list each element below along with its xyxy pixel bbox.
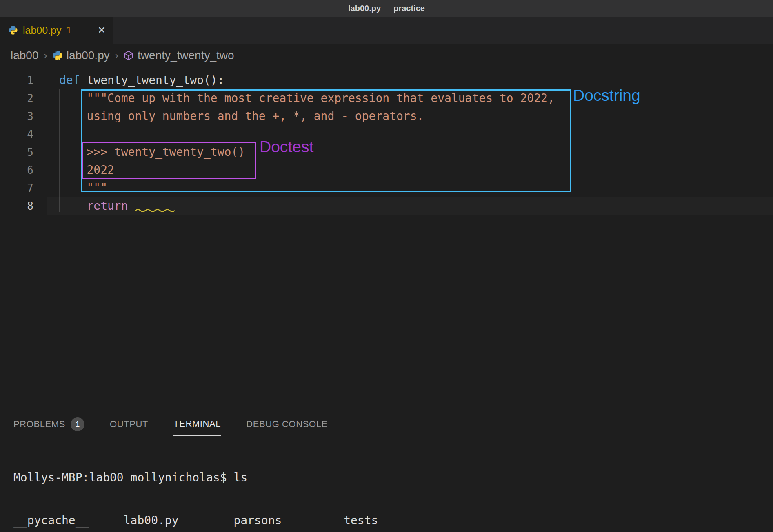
code-line[interactable]: 2 """Come up with the most creative expr… [0, 89, 773, 107]
breadcrumb-file[interactable]: lab00.py [52, 49, 110, 62]
window-title: lab00.py — practice [348, 4, 425, 13]
python-icon [8, 25, 18, 35]
warning-squiggle-icon [135, 197, 176, 215]
tab-problems[interactable]: PROBLEMS 1 [13, 412, 84, 436]
python-icon [52, 50, 63, 61]
line-number: 4 [0, 125, 33, 143]
tab-problem-count: 1 [67, 25, 72, 36]
tab-filename: lab00.py [23, 24, 62, 36]
terminal-line: __pycache__ lab00.py parsons tests [13, 513, 773, 528]
code-line[interactable]: 4 [0, 125, 773, 143]
code-line[interactable]: 3 using only numbers and the +, *, and -… [0, 107, 773, 125]
code-line[interactable]: 1 def twenty_twenty_two(): [0, 71, 773, 89]
breadcrumb: lab00 › lab00.py › twenty_twenty_two [0, 44, 773, 67]
bottom-panel: PROBLEMS 1 OUTPUT TERMINAL DEBUG CONSOLE… [0, 412, 773, 532]
tab-lab00py[interactable]: lab00.py 1 ✕ [0, 17, 113, 44]
line-number: 2 [0, 89, 33, 107]
breadcrumb-symbol[interactable]: twenty_twenty_two [123, 49, 234, 62]
chevron-right-icon: › [115, 49, 118, 62]
terminal-line: Mollys-MBP:lab00 mollynicholas$ ls [13, 470, 773, 485]
line-number: 1 [0, 71, 33, 89]
editor-tab-strip: lab00.py 1 ✕ [0, 17, 773, 44]
line-number: 5 [0, 143, 33, 161]
problems-count-badge: 1 [71, 417, 84, 431]
chevron-right-icon: › [44, 49, 47, 62]
line-number: 7 [0, 179, 33, 197]
tab-output[interactable]: OUTPUT [110, 412, 148, 436]
code-line[interactable]: 6 2022 [0, 161, 773, 179]
line-number: 3 [0, 107, 33, 125]
tab-debug-console[interactable]: DEBUG CONSOLE [246, 412, 328, 436]
terminal-output[interactable]: Mollys-MBP:lab00 mollynicholas$ ls __pyc… [13, 442, 773, 532]
code-line[interactable]: 5 >>> twenty_twenty_two() [0, 143, 773, 161]
code-line[interactable]: 7 """ [0, 179, 773, 197]
code-editor[interactable]: 1 def twenty_twenty_two(): 2 """Come up … [0, 67, 773, 412]
tab-terminal[interactable]: TERMINAL [173, 412, 221, 436]
symbol-namespace-icon [123, 50, 134, 61]
breadcrumb-folder[interactable]: lab00 [11, 49, 39, 62]
window-titlebar: lab00.py — practice [0, 0, 773, 17]
close-icon[interactable]: ✕ [98, 24, 106, 36]
line-number: 8 [0, 197, 33, 215]
panel-tab-bar: PROBLEMS 1 OUTPUT TERMINAL DEBUG CONSOLE [0, 412, 773, 436]
code-line-current[interactable]: 8 return [0, 197, 773, 215]
line-number: 6 [0, 161, 33, 179]
